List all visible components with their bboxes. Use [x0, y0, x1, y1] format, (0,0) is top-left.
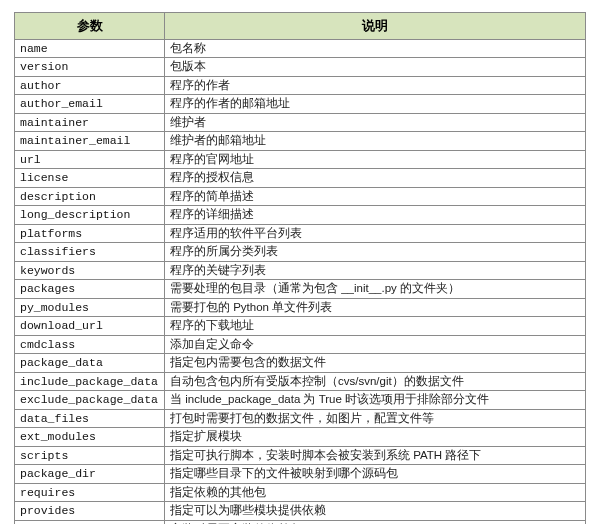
table-row: py_modules需要打包的 Python 单文件列表 [15, 298, 586, 317]
desc-cell: 程序的下载地址 [165, 317, 586, 336]
desc-cell: 指定扩展模块 [165, 428, 586, 447]
desc-cell: 安装时需要安装的依赖包 [165, 520, 586, 524]
desc-cell: 指定可以为哪些模块提供依赖 [165, 502, 586, 521]
table-row: long_description程序的详细描述 [15, 206, 586, 225]
table-row: url程序的官网地址 [15, 150, 586, 169]
param-cell: package_dir [15, 465, 165, 484]
desc-cell: 程序的所属分类列表 [165, 243, 586, 262]
desc-cell: 包版本 [165, 58, 586, 77]
table-row: version包版本 [15, 58, 586, 77]
param-cell: exclude_package_data [15, 391, 165, 410]
param-cell: long_description [15, 206, 165, 225]
table-row: cmdclass添加自定义命令 [15, 335, 586, 354]
desc-cell: 指定可执行脚本，安装时脚本会被安装到系统 PATH 路径下 [165, 446, 586, 465]
desc-cell: 程序适用的软件平台列表 [165, 224, 586, 243]
desc-cell: 维护者的邮箱地址 [165, 132, 586, 151]
param-cell: install_requires [15, 520, 165, 524]
desc-cell: 程序的关键字列表 [165, 261, 586, 280]
param-cell: package_data [15, 354, 165, 373]
param-cell: maintainer [15, 113, 165, 132]
param-cell: license [15, 169, 165, 188]
param-cell: classifiers [15, 243, 165, 262]
table-row: description程序的简单描述 [15, 187, 586, 206]
param-cell: provides [15, 502, 165, 521]
table-row: name包名称 [15, 39, 586, 58]
desc-cell: 程序的官网地址 [165, 150, 586, 169]
desc-cell: 指定哪些目录下的文件被映射到哪个源码包 [165, 465, 586, 484]
table-row: requires指定依赖的其他包 [15, 483, 586, 502]
desc-cell: 指定依赖的其他包 [165, 483, 586, 502]
desc-cell: 打包时需要打包的数据文件，如图片，配置文件等 [165, 409, 586, 428]
desc-cell: 包名称 [165, 39, 586, 58]
table-row: install_requires安装时需要安装的依赖包 [15, 520, 586, 524]
table-row: data_files打包时需要打包的数据文件，如图片，配置文件等 [15, 409, 586, 428]
table-row: packages需要处理的包目录（通常为包含 __init__.py 的文件夹） [15, 280, 586, 299]
table-row: classifiers程序的所属分类列表 [15, 243, 586, 262]
table-row: ext_modules指定扩展模块 [15, 428, 586, 447]
param-cell: packages [15, 280, 165, 299]
desc-cell: 程序的授权信息 [165, 169, 586, 188]
param-cell: maintainer_email [15, 132, 165, 151]
table-row: keywords程序的关键字列表 [15, 261, 586, 280]
param-cell: url [15, 150, 165, 169]
param-cell: cmdclass [15, 335, 165, 354]
param-cell: py_modules [15, 298, 165, 317]
header-param: 参数 [15, 13, 165, 40]
table-row: exclude_package_data当 include_package_da… [15, 391, 586, 410]
param-cell: author [15, 76, 165, 95]
table-row: author_email程序的作者的邮箱地址 [15, 95, 586, 114]
table-row: package_dir指定哪些目录下的文件被映射到哪个源码包 [15, 465, 586, 484]
param-cell: keywords [15, 261, 165, 280]
param-cell: scripts [15, 446, 165, 465]
param-cell: requires [15, 483, 165, 502]
desc-cell: 程序的详细描述 [165, 206, 586, 225]
desc-cell: 当 include_package_data 为 True 时该选项用于排除部分… [165, 391, 586, 410]
desc-cell: 维护者 [165, 113, 586, 132]
param-cell: platforms [15, 224, 165, 243]
table-header-row: 参数 说明 [15, 13, 586, 40]
header-desc: 说明 [165, 13, 586, 40]
table-row: include_package_data自动包含包内所有受版本控制（cvs/sv… [15, 372, 586, 391]
param-cell: download_url [15, 317, 165, 336]
desc-cell: 程序的简单描述 [165, 187, 586, 206]
param-cell: version [15, 58, 165, 77]
table-row: package_data指定包内需要包含的数据文件 [15, 354, 586, 373]
param-cell: description [15, 187, 165, 206]
desc-cell: 程序的作者的邮箱地址 [165, 95, 586, 114]
param-cell: author_email [15, 95, 165, 114]
param-cell: include_package_data [15, 372, 165, 391]
desc-cell: 需要处理的包目录（通常为包含 __init__.py 的文件夹） [165, 280, 586, 299]
table-row: license程序的授权信息 [15, 169, 586, 188]
params-table: 参数 说明 name包名称version包版本author程序的作者author… [14, 12, 586, 524]
table-row: maintainer_email维护者的邮箱地址 [15, 132, 586, 151]
param-cell: ext_modules [15, 428, 165, 447]
param-cell: name [15, 39, 165, 58]
desc-cell: 指定包内需要包含的数据文件 [165, 354, 586, 373]
table-row: author程序的作者 [15, 76, 586, 95]
table-row: download_url程序的下载地址 [15, 317, 586, 336]
table-row: provides指定可以为哪些模块提供依赖 [15, 502, 586, 521]
table-row: platforms程序适用的软件平台列表 [15, 224, 586, 243]
desc-cell: 需要打包的 Python 单文件列表 [165, 298, 586, 317]
desc-cell: 程序的作者 [165, 76, 586, 95]
desc-cell: 添加自定义命令 [165, 335, 586, 354]
desc-cell: 自动包含包内所有受版本控制（cvs/svn/git）的数据文件 [165, 372, 586, 391]
param-cell: data_files [15, 409, 165, 428]
table-row: scripts指定可执行脚本，安装时脚本会被安装到系统 PATH 路径下 [15, 446, 586, 465]
table-row: maintainer维护者 [15, 113, 586, 132]
